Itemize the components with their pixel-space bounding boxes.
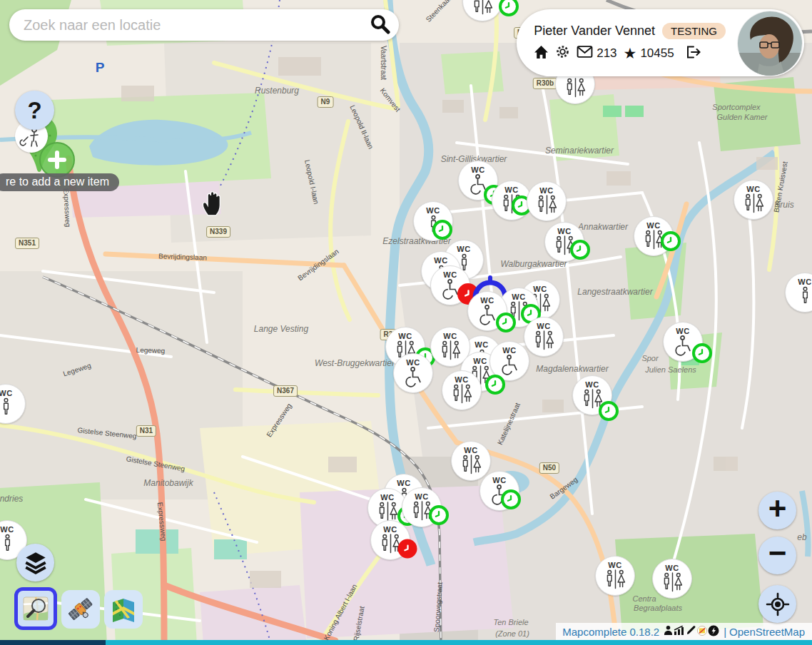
mapcomplete-app: Brugge-Sint-PietersRustenburgSint-Gillis… [0, 0, 812, 645]
map-pin-toilet[interactable]: WC [451, 441, 491, 481]
bottom-progress-bar [0, 640, 812, 645]
map-pin-toilet[interactable]: WC [462, 0, 502, 21]
settings-gear-icon[interactable] [555, 44, 570, 63]
open-clock-badge [599, 401, 619, 421]
pin-wc-label: WC [502, 347, 516, 355]
attribution-bar: Mapcomplete 0.18.2 | OpenStreetMap [556, 623, 812, 640]
map-pins: WC WC WC WC [0, 0, 812, 645]
pin-wc-label: WC [798, 278, 811, 286]
geolocate-button[interactable] [758, 585, 796, 623]
pin-wc-label: WC [533, 285, 547, 293]
map-pin-toilet[interactable]: WC [734, 180, 773, 220]
add-item-tooltip: re to add a new item [0, 173, 119, 191]
pin-wc-label: WC [746, 186, 760, 193]
map-pin-toilet[interactable]: WC [524, 317, 564, 357]
pin-wc-label: WC [443, 271, 457, 279]
map-pin-toilet[interactable]: WC [442, 370, 482, 410]
user-name: Pieter Vander Vennet [534, 24, 655, 39]
open-clock-badge [499, 0, 519, 16]
pin-wc-label: WC [464, 447, 477, 454]
pin-wc-label: WC [539, 187, 553, 195]
pin-wc-label: WC [537, 322, 550, 330]
pin-wc-label: WC [443, 332, 457, 340]
layers-button[interactable] [16, 544, 54, 581]
openstreetmap-link[interactable]: OpenStreetMap [729, 626, 805, 638]
home-icon[interactable] [534, 45, 549, 63]
pin-wc-label: WC [380, 494, 394, 502]
search-input[interactable] [22, 16, 369, 34]
search-icon[interactable] [369, 13, 390, 37]
open-clock-badge [485, 375, 505, 395]
user-avatar[interactable] [737, 11, 803, 76]
pin-wc-label: WC [0, 390, 13, 397]
pin-wc-label: WC [415, 493, 428, 501]
user-stats-icon[interactable] [664, 625, 673, 638]
map-pin-toilet[interactable]: WC [595, 556, 635, 596]
edit-pencil-icon[interactable] [686, 625, 696, 638]
map-pin-toilet[interactable]: WC [0, 384, 26, 424]
pin-wc-label: WC [492, 477, 506, 484]
pin-wc-label: WC [646, 222, 660, 230]
star-icon: ★ [624, 45, 637, 62]
pin-wc-label: WC [504, 186, 518, 194]
changeset-count: 10455 [640, 46, 674, 61]
pin-wc-label: WC [398, 332, 412, 340]
pin-wc-label: WC [397, 479, 410, 487]
pin-wc-label: WC [434, 257, 447, 265]
open-clock-badge [496, 313, 516, 332]
pin-wc-label: WC [426, 207, 440, 215]
open-clock-badge [570, 240, 590, 260]
search-bar [9, 9, 399, 41]
open-clock-badge [661, 231, 681, 251]
community-bolt-icon[interactable] [708, 625, 719, 639]
attribution-separator: | [724, 626, 726, 638]
mapcomplete-version-link[interactable]: Mapcomplete 0.18.2 [562, 626, 659, 638]
basemap-satellite-button[interactable] [61, 590, 100, 629]
testing-badge: TESTING [662, 23, 726, 39]
pin-wc-label: WC [512, 293, 525, 301]
open-clock-badge [692, 343, 712, 363]
pin-wc-label: WC [406, 359, 420, 367]
minus-glyph: − [768, 535, 787, 571]
plus-glyph: + [768, 491, 787, 527]
messages-envelope-icon[interactable] [577, 45, 593, 62]
chart-icon[interactable] [674, 626, 685, 638]
pin-wc-label: WC [557, 228, 571, 235]
pin-wc-label: WC [0, 526, 14, 534]
basemap-osm-button[interactable] [14, 587, 57, 630]
open-clock-badge [432, 220, 452, 240]
basemap-folded-map-button[interactable] [104, 590, 143, 629]
open-clock-badge [429, 505, 449, 525]
pin-wc-label: WC [457, 245, 470, 253]
map-pin-toilet[interactable]: WC [652, 559, 692, 599]
pin-wc-label: WC [383, 526, 397, 534]
open-clock-badge [501, 489, 521, 509]
pin-wc-label: WC [608, 562, 621, 569]
add-plus-button[interactable] [39, 142, 75, 178]
user-panel[interactable]: Pieter Vander Vennet TESTING 213 ★ [517, 9, 804, 76]
question-mark: ? [27, 97, 41, 124]
pin-wc-label: WC [665, 564, 679, 572]
help-button[interactable]: ? [15, 91, 54, 130]
map-pin-toilet[interactable]: WC [785, 273, 812, 313]
pin-wc-label: WC [585, 381, 599, 389]
zoom-in-button[interactable]: + [758, 492, 796, 529]
map-pin-toilet[interactable]: WC [527, 181, 567, 221]
pin-wc-label: WC [676, 327, 689, 335]
theme-toilets-icon[interactable] [697, 626, 707, 638]
closed-clock-badge [398, 539, 417, 559]
zoom-out-button[interactable]: − [758, 537, 796, 574]
pin-wc-label: WC [474, 341, 488, 349]
logout-icon[interactable] [685, 45, 701, 63]
hand-grab-cursor-icon [200, 188, 225, 220]
pin-wc-label: WC [473, 357, 487, 365]
messages-count: 213 [597, 46, 616, 61]
pin-wc-label: WC [455, 376, 468, 384]
map-pin-toilet[interactable]: WC [393, 353, 433, 393]
pin-wc-label: WC [480, 297, 494, 305]
pin-wc-label: WC [471, 166, 484, 174]
